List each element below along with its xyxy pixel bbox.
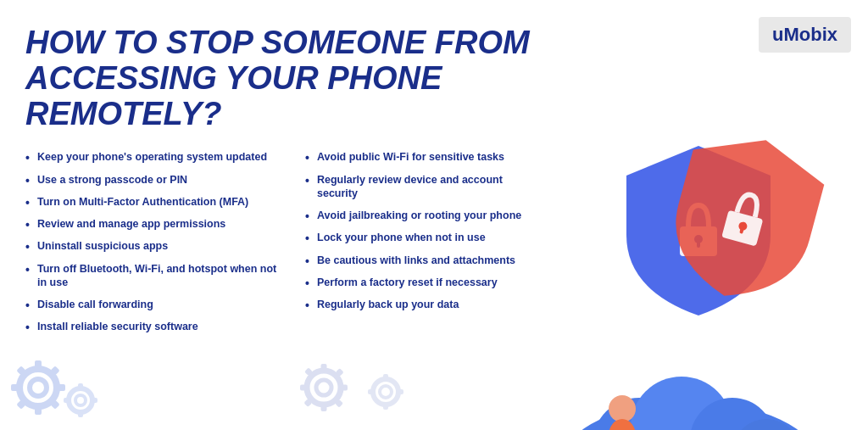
right-illustration [526,150,843,342]
content-area: Keep your phone's operating system updat… [25,150,843,342]
svg-point-39 [75,395,86,405]
left-list-item: Uninstall suspicious apps [25,239,288,253]
svg-rect-30 [35,360,42,369]
page-container: uMobix HOW TO STOP SOMEONE FROM ACCESSIN… [0,0,868,430]
svg-point-44 [307,371,341,405]
left-bullet-list: Keep your phone's operating system updat… [25,150,288,333]
svg-rect-58 [368,389,375,394]
left-list-item: Install reliable security software [25,320,288,333]
svg-rect-46 [321,364,327,371]
left-list-item: Disable call forwarding [25,298,288,311]
svg-rect-59 [397,389,403,394]
left-list-item: Turn off Bluetooth, Wi-Fi, and hotspot w… [25,262,288,290]
left-list-item: Review and manage app permissions [25,217,288,231]
svg-point-38 [69,388,92,412]
svg-point-55 [380,386,392,398]
left-list-item: Use a strong passcode or PIN [25,173,288,187]
svg-rect-41 [78,410,83,417]
gear-small-left-icon [51,371,110,430]
svg-rect-47 [321,404,327,411]
illustration-wrapper [487,125,843,430]
page-title: HOW TO STOP SOMEONE FROM ACCESSING YOUR … [25,25,551,131]
svg-point-45 [316,380,331,395]
gear-center-small-icon [356,362,415,422]
cloud-illustration [512,309,834,430]
svg-rect-42 [64,398,70,403]
brand-logo: uMobix [759,17,851,53]
svg-rect-48 [300,385,308,391]
left-column: Keep your phone's operating system updat… [25,150,288,342]
svg-rect-43 [91,398,97,403]
svg-rect-57 [383,403,388,410]
svg-rect-32 [11,384,19,391]
svg-rect-31 [35,406,42,415]
left-list-item: Keep your phone's operating system updat… [25,150,288,164]
svg-point-21 [609,395,636,422]
left-list-item: Turn on Multi-Factor Authentication (MFA… [25,195,288,209]
svg-rect-56 [383,374,388,381]
svg-rect-49 [340,385,348,391]
svg-point-29 [30,379,47,396]
svg-point-54 [373,379,398,405]
svg-rect-40 [78,383,83,390]
